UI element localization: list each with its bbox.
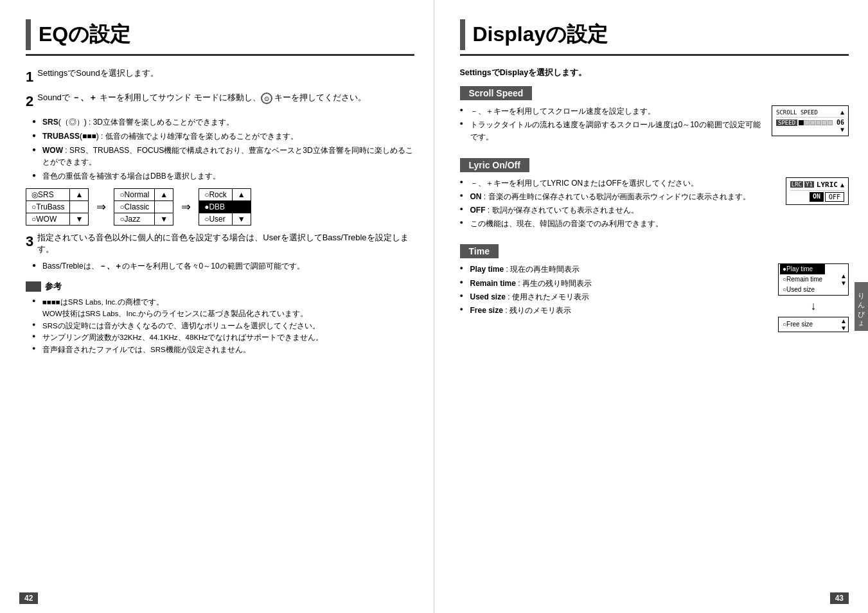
eq-t2-r2c2 <box>155 201 173 213</box>
scroll-display: SCROLL SPEED ▲ SPEED <box>772 105 849 136</box>
page-number-right: 43 <box>830 592 849 604</box>
prog-e1 <box>804 120 810 125</box>
time-menu1-row2: ○Remain time <box>780 274 825 285</box>
scroll-b1: －、＋キーを利用してスクロール速度を設定します。 <box>460 105 766 118</box>
right-page: Displayの設定 SettingsでDisplayを選択します。 Scrol… <box>434 0 869 613</box>
speed-label: SPEED <box>776 120 797 126</box>
ref-item1: ■■■■はSRS Labs, Inc.の商標です。 WOW技術はSRS Labs… <box>32 296 414 320</box>
header-bar-right <box>460 19 465 50</box>
eq-t1-r3c1: ○WOW <box>26 213 70 226</box>
time-arrow-up2: ▲ <box>840 317 847 324</box>
eq-table2: ○Normal▲ ○Classic ○Jazz▼ <box>114 188 173 226</box>
lyric-bullets: －、＋キーを利用してLYRIC ONまたはOFFを選択してください。 ON : … <box>460 177 779 231</box>
bullet-dbb: 音色の重低音を補強する場合はDBBを選択します。 <box>32 170 414 182</box>
eq-t1-r3c2: ▼ <box>70 213 89 226</box>
eq-t2-r1c2: ▲ <box>155 189 173 201</box>
lyric-arrow-up: ▲ <box>840 181 844 188</box>
ref-item3: サンプリング周波数が32KHz、44.1KHz、48KHzでなければサポートでき… <box>32 332 414 343</box>
lyric-text: －、＋キーを利用してLYRIC ONまたはOFFを選択してください。 ON : … <box>460 177 786 233</box>
time-section: Time Play time : 現在の再生時間表示 Remain time :… <box>460 244 849 332</box>
scroll-speed-section: Scroll Speed －、＋キーを利用してスクロール速度を設定します。 トラ… <box>460 86 849 147</box>
lyric-b3: OFF : 歌詞が保存されていても表示されません。 <box>460 204 779 217</box>
page-number-left: 42 <box>19 592 38 604</box>
eq-t2-r3c2: ▼ <box>155 213 173 226</box>
prog-e4 <box>822 120 827 125</box>
step3: 3 指定されている音色以外に個人的に音色を設定する場合は、Userを選択してBa… <box>26 232 414 255</box>
time-b2: Remain time : 再生の残り時間表示 <box>460 278 772 290</box>
settings-intro: SettingsでDisplayを選択します。 <box>460 67 849 78</box>
lyric-content: －、＋キーを利用してLYRIC ONまたはOFFを選択してください。 ON : … <box>460 177 849 233</box>
y1-label: Y1 <box>804 181 814 188</box>
eq-t2-r3c1: ○Jazz <box>114 213 155 226</box>
scroll-value: 06 <box>837 119 844 126</box>
ref-item2: SRSの設定時には音が大きくなるので、適切なボリュームを選択してください。 <box>32 320 414 332</box>
eq-t1-r1c2: ▲ <box>70 189 89 201</box>
prog-e5 <box>828 120 833 125</box>
time-menu2-row1: ○Free size <box>780 319 815 330</box>
lyric-b2: ON : 音楽の再生時に保存されている歌詞が画面表示ウィンドウに表示されます。 <box>460 191 779 203</box>
right-title: Displayの設定 <box>473 21 608 49</box>
left-page: EQの設定 1 SettingsでSoundを選択します。 2 Soundで －… <box>0 0 434 613</box>
eq-t3-r1c1: ○Rock <box>199 189 233 201</box>
lyric-heading: Lyric On/Off <box>460 158 529 172</box>
arrow2: ⇒ <box>181 200 191 214</box>
prog-e3 <box>816 120 821 125</box>
ref-list: ■■■■はSRS Labs, Inc.の商標です。 WOW技術はSRS Labs… <box>32 296 414 355</box>
ref-item4: 音声録音されたファイルでは、SRS機能が設定されません。 <box>32 344 414 355</box>
time-heading: Time <box>460 244 499 258</box>
step2-number: 2 <box>26 93 33 110</box>
step3-bullet1: Bass/Trebleは、－、＋のキーを利用して各々0～10の範囲で調節可能です… <box>32 260 414 272</box>
eq-t3-r3c1: ○User <box>199 213 233 226</box>
step2-text: Soundで －、＋ キーを利用してサウンド モードに移動し、⊙ キーを押してく… <box>37 93 366 102</box>
scroll-display-label: SCROLL SPEED <box>776 109 818 116</box>
scroll-speed-heading: Scroll Speed <box>460 86 533 100</box>
eq-tables: ◎SRS▲ ○TruBass ○WOW▼ ⇒ ○Normal▲ ○Classic… <box>26 188 414 226</box>
step1-number: 1 <box>26 69 33 85</box>
eq-t1-r2c2 <box>70 201 89 213</box>
eq-t2-r2c1: ○Classic <box>114 201 155 213</box>
time-b3: Used size : 使用されたメモリ表示 <box>460 291 772 303</box>
time-displays: ●Play time ○Remain time ○Used size <box>778 263 849 332</box>
time-b4: Free size : 残りのメモリ表示 <box>460 305 772 317</box>
eq-t2-r1c1: ○Normal <box>114 189 155 201</box>
bullet-wow: WOW : SRS、TRUBASS、FOCUS機能で構成されており、豊富なベース… <box>32 145 414 168</box>
bullet-trubass: TRUBASS(■■■) : 低音の補強でより雄渾な音を楽しめることができます。 <box>32 130 414 142</box>
reference-title: 参考 <box>26 281 414 292</box>
eq-t3-r3c2: ▼ <box>232 213 251 226</box>
header-bar-left <box>26 19 31 50</box>
eq-t3-r2c1-selected: ●DBB <box>199 201 233 213</box>
right-section-header: Displayの設定 <box>460 19 849 56</box>
prog-e2 <box>810 120 815 125</box>
scroll-bullets: －、＋キーを利用してスクロール速度を設定します。 トラックタイトルの流れる速度を… <box>460 105 766 144</box>
time-arrow-up1: ▲ <box>840 272 847 280</box>
step1-text: SettingsでSoundを選択します。 <box>37 68 159 78</box>
eq-t1-r1c1: ◎SRS <box>26 189 70 201</box>
eq-t1-r2c1: ○TruBass <box>26 201 70 213</box>
step1: 1 SettingsでSoundを選択します。 <box>26 67 414 85</box>
scroll-speed-text: －、＋キーを利用してスクロール速度を設定します。 トラックタイトルの流れる速度を… <box>460 105 772 147</box>
eq-t3-r2c2-selected <box>232 201 251 213</box>
step3-number: 3 <box>26 233 33 250</box>
eq-table1: ◎SRS▲ ○TruBass ○WOW▼ <box>26 188 89 226</box>
off-button: OFF <box>825 192 844 202</box>
step2-bullets: SRS(（◎）) : 3D立体音響を楽しめることができます。 TRUBASS(■… <box>32 116 414 182</box>
scroll-b2: トラックタイトルの流れる速度を調節するスクロール速度は0～10の範囲で設定可能で… <box>460 119 766 143</box>
time-text: Play time : 現在の再生時間表示 Remain time : 再生の残… <box>460 263 772 319</box>
time-arrow-down2: ▼ <box>840 324 847 332</box>
eq-t3-r1c2: ▲ <box>232 189 251 201</box>
progress-bar <box>799 120 833 125</box>
step2: 2 Soundで －、＋ キーを利用してサウンド モードに移動し、⊙ キーを押し… <box>26 92 414 110</box>
step3-text: 指定されている音色以外に個人的に音色を設定する場合は、Userを選択してBass… <box>37 233 408 254</box>
lrc-label: LRC <box>790 181 803 188</box>
time-bullets: Play time : 現在の再生時間表示 Remain time : 再生の残… <box>460 263 772 317</box>
eq-table3: ○Rock▲ ●DBB ○User▼ <box>199 188 251 226</box>
reference-box: 参考 ■■■■はSRS Labs, Inc.の商標です。 WOW技術はSRS L… <box>26 281 414 355</box>
time-menu1: ●Play time ○Remain time ○Used size <box>778 263 849 296</box>
lyric-b1: －、＋キーを利用してLYRIC ONまたはOFFを選択してください。 <box>460 177 779 190</box>
lyric-b4: この機能は、現在、韓国語の音楽でのみ利用できます。 <box>460 218 779 230</box>
side-tab: りんぴょ <box>855 282 868 331</box>
prog-filled <box>799 120 804 125</box>
time-menu1-row1: ●Play time <box>780 264 825 274</box>
arrow1: ⇒ <box>96 200 106 214</box>
lyric-display: LRC Y1 LYRIC ▲ ON OFF <box>786 177 849 205</box>
